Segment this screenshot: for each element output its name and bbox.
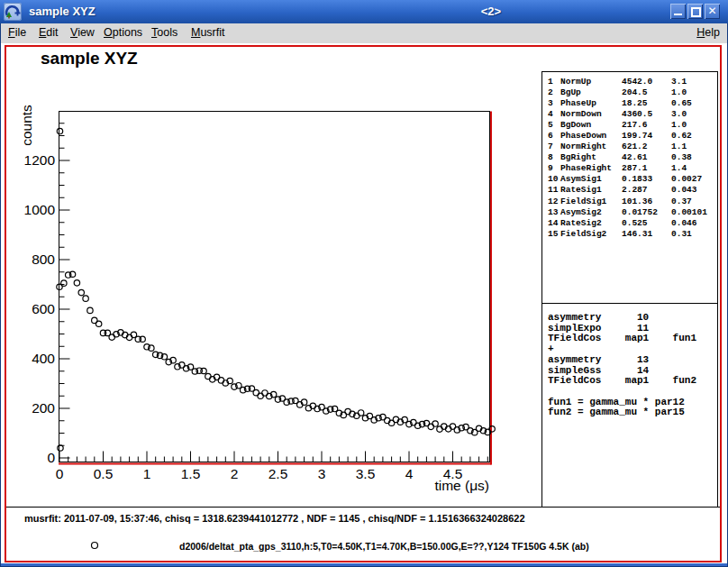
root-logo-icon [4,3,22,21]
parameter-row: 12FieldSig1101.360.37 [542,197,717,207]
parameter-row: 2BgUp204.51.0 [542,87,717,98]
data-point [78,289,84,295]
theory-box[interactable]: asymmetry 10 simplExpo 11 TFieldCos map1… [541,303,718,508]
data-point [58,445,63,451]
y-tick-label: 600 [14,301,55,317]
fit-info-text: musrfit: 2011-07-09, 15:37:46, chisq = 1… [24,513,525,524]
parameter-row: 3PhaseUp18.250.65 [542,98,717,109]
maximize-icon [691,7,701,17]
title-bar[interactable]: sample XYZ <2> ✕ [0,0,728,23]
x-tick-label: 3 [304,466,340,482]
legend-marker-icon [92,543,98,549]
parameter-row: 15FieldSig2146.310.31 [542,229,717,240]
data-point [74,280,79,286]
plot-frame [59,112,490,462]
parameter-rows: 1NormUp4542.03.12BgUp204.51.03PhaseUp18.… [542,77,717,240]
parameter-row: 13AsymSig20.017520.00101 [542,207,717,218]
menu-item-musrfit[interactable]: Musrfit [191,26,225,39]
menu-bar: Help FileEditViewOptionsToolsMusrfit [1,23,727,44]
parameter-row: 1NormUp4542.03.1 [542,77,717,87]
close-button[interactable]: ✕ [705,4,720,19]
parameter-box[interactable]: 1NormUp4542.03.12BgUp204.51.03PhaseUp18.… [541,71,718,304]
menu-item-edit[interactable]: Edit [39,26,59,39]
menu-item-view[interactable]: View [70,26,95,39]
minimize-icon [674,14,682,15]
parameter-row: 14RateSig20.5250.046 [542,218,717,229]
x-tick-label: 0.5 [86,466,122,482]
data-point [83,296,88,301]
window-title: sample XYZ [29,5,96,18]
y-tick-label: 1000 [14,202,55,218]
parameter-row: 5BgDown217.61.0 [542,120,717,131]
close-icon: ✕ [705,5,720,17]
parameter-row: 10AsymSig10.18330.0027 [542,174,717,185]
menu-item-options[interactable]: Options [104,26,142,39]
y-axis-label: counts [19,98,35,152]
y-tick-label: 1200 [14,152,55,169]
parameter-row: 4NormDown4360.53.0 [542,109,717,120]
x-tick-label: 2.5 [260,466,296,482]
data-point [57,128,62,133]
window-canvas-number: <2> [450,5,532,18]
legend-text: d2006/deltat_pta_gps_3110,h:5,T0=4.50K,T… [179,541,589,552]
x-tick-label: 3.5 [348,466,384,482]
parameter-row: 11RateSig12.2870.043 [542,185,717,196]
minimize-button[interactable] [670,4,686,19]
maximize-button[interactable] [687,4,703,19]
data-point [432,421,438,426]
y-tick-label: 0 [14,450,55,466]
parameter-row: 9PhaseRight287.11.4 [542,163,717,174]
menu-item-help[interactable]: Help [696,26,720,39]
theory-text: asymmetry 10 simplExpo 11 TFieldCos map1… [548,313,696,418]
y-tick-label: 200 [14,400,55,416]
data-point [87,307,93,313]
root-canvas[interactable]: sample XYZ counts time (μs) 1NormUp4542.… [5,45,722,562]
x-tick-label: 4 [391,466,427,482]
plot-title: sample XYZ [41,49,138,69]
footer-divider [6,507,720,508]
parameter-row: 7NormRight621.21.1 [542,142,717,152]
x-tick-label: 2 [216,466,252,482]
data-point [358,410,363,416]
y-tick-label: 400 [14,351,55,367]
y-tick-label: 800 [14,251,55,268]
root-app-icon [4,3,22,21]
data-point [61,280,67,286]
x-tick-label: 0 [41,466,77,482]
x-tick-label: 1.5 [173,466,209,482]
parameter-row: 6PhaseDown199.740.62 [542,131,717,142]
menu-item-file[interactable]: File [8,26,26,39]
app-window: sample XYZ <2> ✕ Help FileEditViewOption… [0,0,728,567]
data-point [96,321,101,326]
menu-item-tools[interactable]: Tools [151,26,177,39]
x-tick-label: 1 [129,466,165,482]
x-tick-label: 4.5 [435,466,471,482]
parameter-row: 8BgRight42.610.38 [542,152,717,163]
